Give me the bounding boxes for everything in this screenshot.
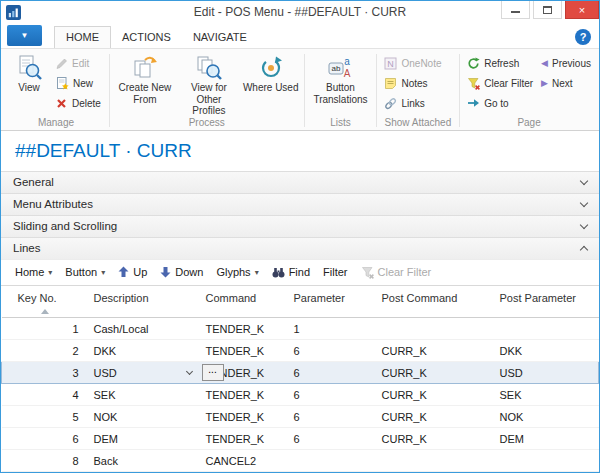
tab-navigate[interactable]: NAVIGATE <box>182 27 258 48</box>
column-header-post-parameter[interactable]: Post Parameter <box>494 286 599 318</box>
table-row[interactable]: 6 DEM TENDER_K 6 CURR_K DEM <box>2 428 599 450</box>
column-header-parameter[interactable]: Parameter <box>288 286 376 318</box>
next-button[interactable]: ▶ Next <box>537 73 595 93</box>
svg-text:N: N <box>388 59 395 69</box>
create-new-from-icon <box>132 54 158 80</box>
ribbon-tab-row: ▼ HOME ACTIONS NAVIGATE ? <box>1 23 599 48</box>
fasttab-lines-label: Lines <box>13 242 41 254</box>
table-row[interactable]: 4 SEK TENDER_K 6 CURR_K SEK <box>2 384 599 406</box>
fasttab-general[interactable]: General <box>1 171 599 193</box>
find-button[interactable]: Find <box>266 262 316 282</box>
tab-home[interactable]: HOME <box>54 26 111 49</box>
assist-edit-button[interactable]: ... <box>202 364 224 381</box>
chevron-down-icon <box>580 198 588 206</box>
close-button[interactable]: × <box>565 1 599 19</box>
column-header-key-no[interactable]: Key No. <box>2 286 88 318</box>
group-label-page: Page <box>463 117 595 130</box>
notes-button[interactable]: Notes <box>380 73 445 93</box>
new-button[interactable]: New <box>51 73 105 93</box>
delete-icon <box>55 97 68 110</box>
clear-filter-toolbar-button[interactable]: Clear Filter <box>355 262 438 283</box>
ribbon: View Edit New Delete <box>1 48 599 131</box>
column-header-description[interactable]: Description <box>88 286 200 318</box>
view-for-other-profiles-button[interactable]: View for Other Profiles <box>177 51 241 117</box>
previous-button[interactable]: ◀ Previous <box>537 53 595 73</box>
description-combobox[interactable]: USD <box>94 367 194 379</box>
clear-filter-button[interactable]: Clear Filter <box>463 73 537 93</box>
ribbon-group-page: Refresh Clear Filter Go to ◀ Previous <box>461 51 597 130</box>
go-to-button[interactable]: Go to <box>463 93 537 113</box>
view-other-profiles-icon <box>196 54 222 80</box>
home-menu-button[interactable]: Home▾ <box>9 262 58 282</box>
help-icon: ? <box>580 31 587 43</box>
table-row-selected[interactable]: 3 USD ... TENDER_K 6 CURR_K USD <box>2 362 599 384</box>
fasttab-menu-attributes[interactable]: Menu Attributes <box>1 193 599 215</box>
description-combo-cell[interactable]: USD ... <box>88 362 200 384</box>
page-title-band: ##DEFAULT · CURR <box>1 131 599 171</box>
where-used-icon <box>258 54 284 80</box>
button-menu-button[interactable]: Button▾ <box>59 262 111 282</box>
edit-icon <box>55 57 68 70</box>
ribbon-group-lists: ab a A Button Translations Lists <box>306 51 374 130</box>
delete-button[interactable]: Delete <box>51 93 105 113</box>
table-row[interactable]: 1 Cash/Local TENDER_K 1 <box>2 318 599 340</box>
edit-button[interactable]: Edit <box>51 53 105 73</box>
svg-text:ab: ab <box>332 64 341 73</box>
table-row[interactable]: 8 Back CANCEL2 <box>2 450 599 472</box>
onenote-button[interactable]: N OneNote <box>380 53 445 73</box>
help-button[interactable]: ? <box>575 29 591 45</box>
next-icon: ▶ <box>541 78 548 88</box>
clear-filter-icon <box>361 266 374 279</box>
find-binoculars-icon <box>272 266 285 278</box>
sort-ascending-icon <box>41 309 49 314</box>
button-translations-icon: ab a A <box>327 54 353 80</box>
view-button-label: View <box>18 82 40 94</box>
table-row[interactable]: 5 NOK TENDER_K 6 CURR_K NOK <box>2 406 599 428</box>
ribbon-group-process: Create New From View for Other Profiles <box>111 51 303 130</box>
lines-toolbar: Home▾ Button▾ Up Down Glyphs▾ Find Filte… <box>1 259 599 285</box>
dropdown-caret-icon: ▾ <box>101 268 105 277</box>
lines-grid: Key No. Description Command Parameter Po… <box>1 285 599 473</box>
filter-button[interactable]: Filter <box>317 262 353 282</box>
ribbon-group-manage: View Edit New Delete <box>5 51 107 130</box>
refresh-icon <box>467 57 480 70</box>
grid-header-row: Key No. Description Command Parameter Po… <box>2 286 599 318</box>
move-up-button[interactable]: Up <box>112 262 153 282</box>
maximize-icon <box>543 6 552 14</box>
fasttab-lines[interactable]: Lines <box>1 237 599 259</box>
app-icon <box>6 5 21 20</box>
chevron-down-icon <box>580 176 588 184</box>
button-translations-button[interactable]: ab a A Button Translations <box>308 51 372 105</box>
dropdown-caret-icon: ▾ <box>255 268 259 277</box>
maximize-button[interactable] <box>533 1 562 19</box>
onenote-icon: N <box>384 57 397 70</box>
group-separator <box>459 54 460 127</box>
links-icon <box>384 97 397 110</box>
create-new-from-button[interactable]: Create New From <box>113 51 177 105</box>
app-window: Edit - POS Menu - ##DEFAULT · CURR × ▼ H… <box>0 0 600 473</box>
table-row[interactable]: 2 DKK TENDER_K 6 CURR_K DKK <box>2 340 599 362</box>
where-used-button[interactable]: Where Used <box>241 51 301 94</box>
ribbon-group-show-attached: N OneNote Notes Links Show Attached <box>378 51 457 130</box>
refresh-button[interactable]: Refresh <box>463 53 537 73</box>
group-separator <box>109 54 110 127</box>
file-menu-button[interactable]: ▼ <box>7 25 42 46</box>
column-header-post-command[interactable]: Post Command <box>376 286 494 318</box>
view-button[interactable]: View <box>7 51 51 94</box>
dropdown-caret-icon: ▼ <box>21 31 29 40</box>
column-header-command[interactable]: Command <box>200 286 288 318</box>
glyphs-menu-button[interactable]: Glyphs▾ <box>210 262 264 282</box>
svg-text:a: a <box>345 56 351 67</box>
fasttab-general-label: General <box>13 176 54 188</box>
links-button[interactable]: Links <box>380 93 445 113</box>
tab-actions[interactable]: ACTIONS <box>111 27 182 48</box>
combo-dropdown-icon[interactable] <box>185 367 192 374</box>
fasttab-sliding-and-scrolling[interactable]: Sliding and Scrolling <box>1 215 599 237</box>
svg-text:A: A <box>344 68 351 79</box>
minimize-button[interactable] <box>501 1 530 19</box>
group-label-show-attached: Show Attached <box>380 117 455 130</box>
dropdown-caret-icon: ▾ <box>48 268 52 277</box>
down-arrow-icon <box>160 266 171 278</box>
view-icon <box>16 54 42 80</box>
move-down-button[interactable]: Down <box>154 262 209 282</box>
